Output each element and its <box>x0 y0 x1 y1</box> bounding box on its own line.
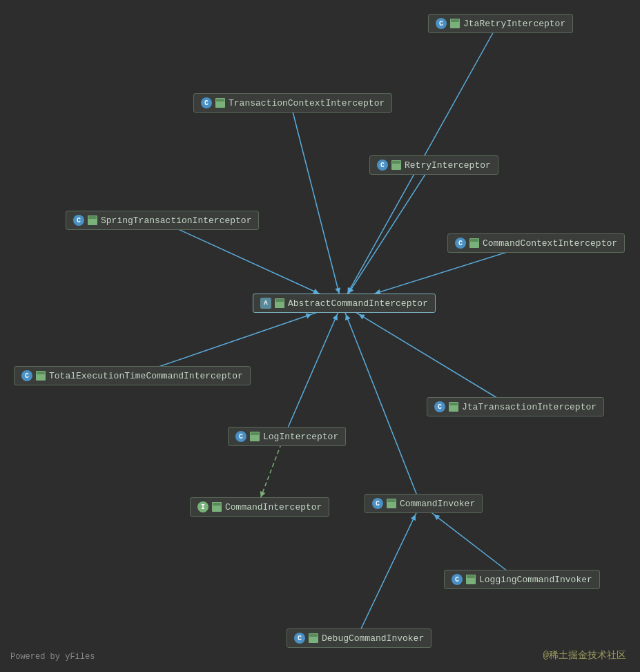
type-icon: C <box>372 498 383 509</box>
type-icon: C <box>235 431 246 442</box>
node-label: CommandInvoker <box>400 499 475 509</box>
svg-marker-19 <box>345 314 350 320</box>
node-loginterceptor[interactable]: CLogInterceptor <box>228 427 346 446</box>
type-icon: C <box>452 574 463 585</box>
package-icon <box>215 98 225 108</box>
package-icon <box>391 160 401 170</box>
svg-line-18 <box>342 304 420 504</box>
node-label: TotalExecutionTimeCommandInterceptor <box>49 371 243 381</box>
type-icon: C <box>201 97 212 108</box>
node-transactioncontextinterceptor[interactable]: CTransactionContextInterceptor <box>193 93 392 113</box>
node-label: RetryInterceptor <box>405 160 491 171</box>
type-icon: C <box>455 238 466 249</box>
svg-marker-5 <box>349 287 354 294</box>
package-icon <box>466 575 476 584</box>
node-abstractcommandinterceptor[interactable]: AAbstractCommandInterceptor <box>253 294 436 313</box>
node-totalexecutiontimecommandinterceptor[interactable]: CTotalExecutionTimeCommandInterceptor <box>14 366 251 385</box>
package-icon <box>450 19 460 28</box>
node-springtransactioninterceptor[interactable]: CSpringTransactionInterceptor <box>66 211 259 230</box>
node-label: CommandContextInterceptor <box>483 238 617 249</box>
type-icon: I <box>197 501 209 512</box>
package-icon <box>88 215 97 225</box>
node-label: JtaTransactionInterceptor <box>462 402 597 412</box>
type-icon: C <box>21 370 32 381</box>
watermark: @稀土掘金技术社区 <box>543 649 626 662</box>
powered-by: Powered by yFiles <box>10 652 95 662</box>
package-icon <box>275 298 284 308</box>
svg-line-22 <box>356 504 420 639</box>
svg-marker-3 <box>335 287 340 294</box>
node-jtatransactioninterceptor[interactable]: CJtaTransactionInterceptor <box>427 397 604 416</box>
package-icon <box>387 499 396 508</box>
node-jtaretryinterceptor[interactable]: CJtaRetryInterceptor <box>428 14 573 33</box>
package-icon <box>250 432 260 441</box>
node-debugcommandinvoker[interactable]: CDebugCommandInvoker <box>287 628 431 648</box>
svg-line-12 <box>342 304 513 407</box>
package-icon <box>309 633 318 643</box>
node-commandcontextinterceptor[interactable]: CCommandContextInterceptor <box>447 233 625 253</box>
node-commandinterceptor[interactable]: ICommandInterceptor <box>190 497 329 517</box>
svg-line-6 <box>160 221 342 304</box>
type-icon: C <box>377 160 388 171</box>
svg-marker-17 <box>260 491 265 497</box>
type-icon: C <box>294 633 305 644</box>
svg-marker-21 <box>434 515 440 520</box>
type-icon: C <box>434 401 445 412</box>
node-label: TransactionContextInterceptor <box>229 98 385 108</box>
svg-line-20 <box>420 504 519 580</box>
diagram-container: CJtaRetryInterceptorCTransactionContextI… <box>0 0 640 672</box>
node-loggingcommandinvoker[interactable]: CLoggingCommandInvoker <box>444 570 600 589</box>
node-label: CommandInterceptor <box>225 502 322 512</box>
svg-marker-11 <box>305 314 311 319</box>
node-label: AbstractCommandInterceptor <box>288 298 428 309</box>
svg-marker-13 <box>359 314 365 320</box>
node-label: JtaRetryInterceptor <box>463 19 565 29</box>
node-commandinvoker[interactable]: CCommandInvoker <box>365 494 483 513</box>
node-label: LoggingCommandInvoker <box>479 575 592 585</box>
svg-line-14 <box>284 304 342 437</box>
node-retryinterceptor[interactable]: CRetryInterceptor <box>369 155 498 175</box>
node-label: DebugCommandInvoker <box>322 633 424 644</box>
node-label: SpringTransactionInterceptor <box>101 215 251 226</box>
node-label: LogInterceptor <box>263 432 338 442</box>
package-icon <box>36 371 46 381</box>
type-icon: C <box>436 18 447 29</box>
svg-marker-1 <box>347 287 352 294</box>
type-icon: A <box>260 298 271 309</box>
svg-line-4 <box>342 166 431 304</box>
package-icon <box>469 238 479 248</box>
package-icon <box>212 502 222 512</box>
svg-marker-15 <box>333 314 338 320</box>
type-icon: C <box>73 215 84 226</box>
svg-line-2 <box>291 104 342 304</box>
package-icon <box>449 402 458 412</box>
svg-marker-23 <box>411 515 416 521</box>
